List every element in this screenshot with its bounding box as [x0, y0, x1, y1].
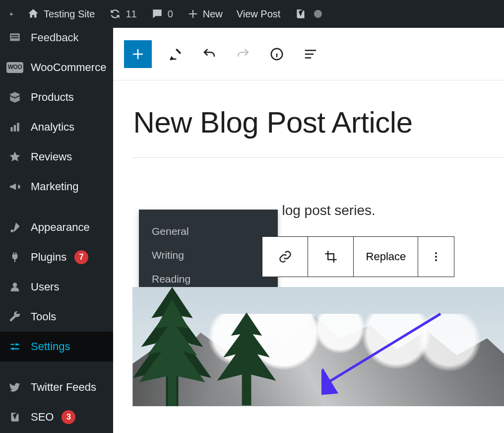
woo-icon: WOO — [7, 60, 23, 75]
svg-point-16 — [435, 256, 437, 258]
sidebar-item-label: Settings — [31, 340, 70, 353]
add-block-button[interactable] — [124, 40, 152, 68]
redo-button[interactable] — [233, 44, 253, 64]
comments-link[interactable]: 0 — [145, 0, 179, 28]
replace-label: Replace — [366, 250, 406, 263]
home-icon — [27, 7, 40, 20]
svg-marker-19 — [139, 299, 205, 406]
yoast-adminbar-link[interactable] — [288, 0, 328, 28]
sidebar-item-label: Marketing — [31, 180, 79, 193]
image-block[interactable] — [132, 287, 504, 406]
box-icon — [7, 89, 23, 105]
new-label: New — [203, 8, 223, 20]
sidebar-item-seo[interactable]: SEO 3 — [0, 402, 113, 432]
editor-toolbar — [113, 28, 504, 80]
svg-point-7 — [13, 283, 17, 287]
admin-bar: Testing Site 11 0 New View Post — [0, 0, 504, 28]
sidebar-item-label: Feedback — [31, 31, 79, 44]
replace-button[interactable]: Replace — [354, 237, 418, 277]
admin-sidebar: Feedback WOO WooCommerce Products Analyt… — [0, 28, 113, 433]
new-content-link[interactable]: New — [181, 0, 229, 28]
image-block-toolbar: Replace — [262, 236, 454, 277]
svg-rect-14 — [305, 57, 312, 59]
sidebar-item-reviews[interactable]: Reviews — [0, 142, 113, 172]
brush-icon — [7, 219, 23, 235]
comment-icon — [151, 7, 164, 20]
svg-rect-12 — [305, 50, 316, 51]
link-button[interactable] — [262, 237, 308, 277]
star-icon — [7, 149, 23, 165]
svg-rect-4 — [10, 127, 12, 132]
wrench-icon — [7, 309, 23, 325]
yoast-status-dot-icon — [314, 10, 322, 18]
feedback-icon — [7, 30, 23, 46]
sidebar-item-label: Appearance — [31, 221, 90, 234]
post-title[interactable]: New Blog Post Article — [133, 105, 504, 140]
svg-rect-3 — [11, 37, 18, 38]
svg-point-15 — [435, 252, 437, 254]
sidebar-item-appearance[interactable]: Appearance — [0, 213, 113, 242]
bars-icon — [7, 119, 23, 135]
svg-rect-6 — [17, 123, 19, 131]
svg-rect-5 — [14, 125, 16, 132]
comments-count: 0 — [168, 8, 173, 20]
plugins-badge: 7 — [74, 250, 88, 264]
sliders-icon — [7, 339, 23, 355]
undo-button[interactable] — [199, 44, 219, 64]
view-post-link[interactable]: View Post — [231, 0, 287, 28]
sidebar-item-plugins[interactable]: Plugins 7 — [0, 242, 113, 272]
plug-icon — [7, 249, 23, 265]
site-name-link[interactable]: Testing Site — [21, 0, 101, 28]
more-options-button[interactable] — [418, 237, 454, 277]
svg-rect-2 — [11, 35, 18, 36]
paragraph-fragment[interactable]: log post series. — [282, 203, 504, 218]
sidebar-item-label: SEO — [31, 411, 54, 424]
yoast-icon — [294, 7, 307, 20]
sidebar-item-marketing[interactable]: Marketing — [0, 172, 113, 202]
sidebar-item-twitter[interactable]: Twitter Feeds — [0, 372, 113, 402]
sidebar-item-label: Users — [31, 281, 59, 293]
updates-count: 11 — [126, 8, 136, 20]
edit-mode-button[interactable] — [166, 44, 186, 64]
sidebar-item-woocommerce[interactable]: WOO WooCommerce — [0, 53, 113, 82]
crop-button[interactable] — [308, 237, 354, 277]
title-divider — [133, 157, 504, 158]
sidebar-item-label: Reviews — [31, 150, 72, 163]
document-info-button[interactable] — [267, 44, 287, 64]
outline-button[interactable] — [301, 44, 320, 64]
sidebar-item-products[interactable]: Products — [0, 82, 113, 112]
sidebar-item-label: Products — [31, 91, 74, 104]
sidebar-item-label: Twitter Feeds — [31, 381, 96, 394]
editor-canvas[interactable]: New Blog Post Article log post series. R… — [113, 80, 504, 406]
view-post-label: View Post — [237, 8, 281, 20]
plus-icon — [187, 8, 199, 20]
sidebar-item-label: Plugins — [31, 251, 66, 264]
svg-marker-20 — [217, 312, 276, 406]
svg-rect-13 — [305, 53, 314, 55]
seo-badge: 3 — [62, 410, 75, 424]
twitter-icon — [7, 379, 23, 395]
updates-link[interactable]: 11 — [103, 0, 142, 28]
wordpress-logo-icon[interactable] — [4, 0, 19, 28]
user-icon — [7, 279, 23, 295]
tree-icon — [206, 312, 288, 406]
sidebar-item-feedback[interactable]: Feedback — [0, 28, 113, 53]
yoast-icon — [7, 409, 23, 425]
block-editor: New Blog Post Article log post series. R… — [113, 28, 504, 433]
sidebar-item-users[interactable]: Users — [0, 272, 113, 302]
sidebar-item-label: WooCommerce — [31, 61, 106, 74]
megaphone-icon — [7, 179, 23, 195]
refresh-icon — [109, 7, 122, 20]
svg-rect-8 — [170, 58, 177, 60]
sidebar-item-analytics[interactable]: Analytics — [0, 112, 113, 142]
site-name-label: Testing Site — [44, 8, 95, 20]
sidebar-item-settings[interactable]: Settings — [0, 332, 113, 361]
sidebar-item-tools[interactable]: Tools — [0, 302, 113, 332]
svg-point-17 — [435, 259, 437, 261]
sidebar-item-label: Analytics — [31, 121, 74, 134]
sidebar-item-label: Tools — [31, 310, 56, 323]
